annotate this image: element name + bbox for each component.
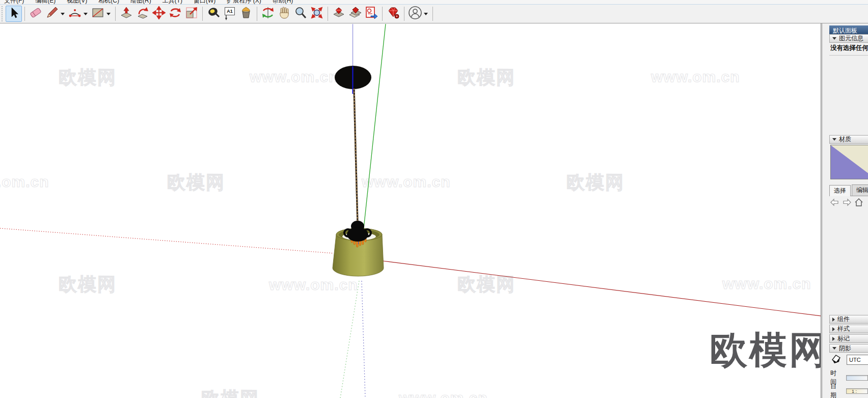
tags-header[interactable]: 标记 — [829, 334, 868, 343]
entity-info-header[interactable]: 图元信息 — [829, 34, 868, 43]
scale-icon — [185, 6, 198, 21]
followme-tool-button[interactable] — [134, 6, 151, 22]
menu-draw[interactable]: 绘图(R) — [130, 0, 151, 5]
zoom-magnifier-icon — [294, 6, 307, 21]
menu-help[interactable]: 帮助(H) — [273, 0, 293, 5]
tags-title: 标记 — [837, 334, 850, 343]
timezone-dropdown[interactable]: UTC — [847, 355, 868, 365]
menu-tools[interactable]: 工具(T) — [162, 0, 182, 5]
ruby-console-button[interactable] — [385, 6, 401, 22]
pencil-icon — [45, 6, 59, 21]
chevron-down-icon — [832, 37, 836, 40]
toolbar-separator — [202, 7, 203, 21]
plugin-model-button-2[interactable] — [347, 6, 363, 22]
pushpull-tool-button[interactable] — [118, 6, 134, 22]
tab-edit[interactable]: 编辑 — [852, 184, 868, 196]
in-model-icon[interactable] — [855, 198, 863, 208]
chevron-right-icon — [832, 327, 835, 331]
date-label: 日期 — [830, 382, 842, 398]
tab-select[interactable]: 选择 — [829, 185, 851, 196]
date-slider[interactable] — [846, 388, 868, 394]
menu-camera[interactable]: 相机(C) — [98, 0, 119, 5]
chevron-down-icon — [832, 138, 836, 141]
toolbar-separator — [382, 7, 383, 21]
materials-header[interactable]: 材质 — [829, 135, 868, 144]
model-viewport[interactable]: 欧模网 www.om.cn 欧模网 www.om.cn www.om.cn 欧模… — [0, 23, 821, 398]
toolbar-drag-handle[interactable] — [2, 6, 4, 21]
back-arrow-icon[interactable] — [830, 198, 839, 208]
arc-tool-button[interactable] — [67, 6, 83, 22]
materials-tabs: 选择 编辑 — [829, 187, 868, 196]
forward-arrow-icon[interactable] — [843, 198, 851, 208]
pan-hand-icon — [278, 6, 291, 21]
toolbar-separator — [24, 7, 25, 21]
zoom-tool-button[interactable] — [292, 6, 309, 22]
move-tool-button[interactable] — [151, 6, 167, 22]
tray-title[interactable]: 默认面板 — [829, 25, 868, 34]
tape-measure-icon — [207, 6, 220, 21]
green-axis-line — [364, 24, 386, 228]
arc-tool-dropdown[interactable] — [84, 13, 88, 15]
shadows-title: 阴影 — [839, 344, 851, 353]
toolbar-separator — [115, 7, 116, 21]
pan-tool-button[interactable] — [276, 6, 292, 22]
orbit-tool-button[interactable] — [260, 6, 276, 22]
site-logo: 欧模网 — [710, 325, 821, 376]
paint-bucket-tool-button[interactable] — [238, 6, 254, 22]
plugin-model-button-1[interactable] — [331, 6, 347, 22]
red-gem-stack-icon — [348, 6, 362, 21]
eraser-tool-button[interactable] — [28, 6, 44, 22]
components-title: 组件 — [837, 315, 850, 324]
shadow-toggle-icon[interactable] — [830, 354, 842, 366]
zoom-extents-button[interactable] — [309, 6, 325, 22]
rectangle-tool-button[interactable] — [90, 6, 106, 22]
chevron-right-icon — [832, 317, 835, 322]
menu-bar: 文件(F) 编辑(E) 视图(V) 相机(C) 绘图(R) 工具(T) 窗口(W… — [0, 0, 868, 5]
menu-edit[interactable]: 编辑(E) — [35, 0, 56, 5]
time-slider[interactable] — [846, 375, 868, 381]
account-button[interactable] — [407, 6, 423, 22]
components-header[interactable]: 组件 — [829, 315, 868, 324]
shadow-controls-row: UTC — [830, 354, 868, 366]
rectangle-tool-dropdown[interactable] — [106, 13, 111, 15]
plugin-export-button[interactable] — [363, 6, 379, 22]
line-tool-button[interactable] — [44, 6, 60, 22]
zoom-extents-icon — [310, 6, 323, 21]
scale-tool-button[interactable] — [183, 6, 200, 22]
toolbar-separator — [257, 7, 257, 21]
user-account-icon — [408, 6, 422, 22]
pendant-lamp-model[interactable] — [0, 23, 821, 398]
arc-icon — [68, 6, 82, 21]
shadows-header[interactable]: 阴影 — [829, 344, 868, 353]
default-tray-panel: 默认面板 图元信息 没有选择任何内容 材质 选择 编辑 组件 样式 标记 阴影 … — [822, 23, 868, 398]
shadow-date-row: 日期 — [830, 382, 868, 398]
green-axis-dotted-line — [340, 281, 359, 398]
red-gem-box-icon — [332, 6, 345, 21]
menu-extensions[interactable]: 扩展程序 (X) — [227, 0, 261, 5]
red-axis-dotted-line — [0, 228, 334, 253]
pushpull-icon — [120, 6, 133, 21]
menu-file[interactable]: 文件(F) — [4, 0, 24, 5]
styles-title: 样式 — [837, 325, 850, 333]
materials-nav-row — [830, 198, 863, 208]
toolbar-separator — [404, 7, 404, 21]
styles-header[interactable]: 样式 — [829, 325, 868, 333]
entity-info-title: 图元信息 — [839, 34, 863, 43]
account-dropdown[interactable] — [424, 13, 428, 15]
page-blue-arrow-icon — [365, 6, 378, 21]
toolbar-separator — [328, 7, 328, 21]
red-axis-line — [383, 261, 821, 316]
divider — [829, 55, 868, 56]
line-tool-dropdown[interactable] — [61, 13, 65, 15]
tape-measure-tool-button[interactable] — [205, 6, 222, 22]
menu-view[interactable]: 视图(V) — [67, 0, 87, 5]
orbit-icon — [261, 6, 275, 21]
text-a1-icon: A1 — [225, 7, 235, 20]
select-tool-button[interactable] — [6, 6, 22, 22]
menu-window[interactable]: 窗口(W) — [194, 0, 215, 5]
date-slider-tick: 1 : — [852, 389, 857, 394]
rotate-tool-button[interactable] — [167, 6, 183, 22]
material-preview-swatch[interactable] — [830, 145, 868, 179]
chevron-right-icon — [832, 337, 835, 341]
text-tool-button[interactable]: A1 — [222, 6, 238, 22]
